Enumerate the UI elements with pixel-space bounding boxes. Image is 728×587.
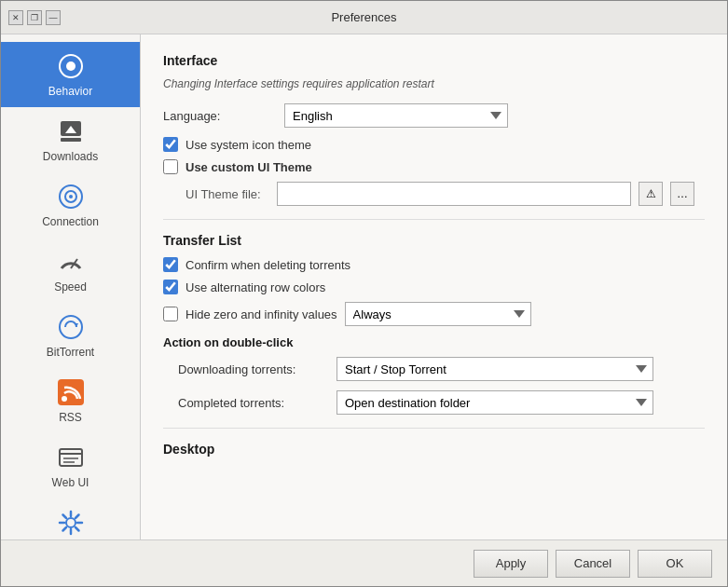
warn-icon: ⚠ <box>646 187 656 200</box>
sidebar-item-connection[interactable]: Connection <box>1 172 140 238</box>
divider-2 <box>163 428 705 429</box>
close-button[interactable]: ✕ <box>8 10 23 25</box>
svg-point-17 <box>66 518 76 527</box>
system-icon-checkbox[interactable] <box>163 137 178 152</box>
cancel-button[interactable]: Cancel <box>556 550 630 578</box>
interface-section: Interface Changing Interface settings re… <box>163 53 705 206</box>
system-icon-row: Use system icon theme <box>163 137 705 152</box>
confirm-delete-row: Confirm when deleting torrents <box>163 257 705 272</box>
sidebar-item-webui[interactable]: Web UI <box>1 433 140 498</box>
alternating-rows-checkbox[interactable] <box>163 280 178 294</box>
sidebar-item-bittorrent[interactable]: BitTorrent <box>1 303 140 368</box>
sidebar-item-speed[interactable]: Speed <box>1 238 140 303</box>
behavior-icon <box>56 51 86 81</box>
confirm-delete-label: Confirm when deleting torrents <box>185 258 350 272</box>
action-double-click-label: Action on double-click <box>163 335 293 349</box>
divider-1 <box>163 219 705 220</box>
sidebar-label-speed: Speed <box>54 280 87 294</box>
hide-zero-row: Hide zero and infinity values Always Nev… <box>163 302 705 326</box>
sidebar-label-webui: Web UI <box>52 476 89 489</box>
completed-label: Completed torrents: <box>178 396 327 410</box>
sidebar: Behavior Downloads <box>1 34 141 539</box>
content-panel: Interface Changing Interface settings re… <box>141 34 727 539</box>
custom-ui-row: Use custom UI Theme <box>163 159 705 174</box>
speed-icon <box>56 247 86 277</box>
svg-rect-3 <box>61 138 81 142</box>
hide-zero-label: Hide zero and infinity values <box>185 307 337 321</box>
language-label: Language: <box>163 109 275 123</box>
advanced-icon <box>56 508 86 538</box>
sidebar-label-connection: Connection <box>42 215 99 228</box>
window-controls: ✕ ❐ — <box>8 10 61 25</box>
ui-theme-browse-btn[interactable]: … <box>670 182 694 206</box>
alternating-rows-label: Use alternating row colors <box>185 280 325 294</box>
ui-theme-row: UI Theme file: ⚠ … <box>185 182 705 206</box>
minimize-button[interactable]: — <box>46 10 61 25</box>
maximize-button[interactable]: ❐ <box>27 10 42 25</box>
sidebar-item-rss[interactable]: RSS <box>1 368 140 433</box>
connection-icon <box>56 182 86 212</box>
ok-button[interactable]: OK <box>638 550 712 578</box>
svg-point-1 <box>66 61 76 71</box>
confirm-delete-checkbox[interactable] <box>163 257 178 272</box>
browse-icon: … <box>677 187 688 200</box>
svg-rect-13 <box>60 449 82 466</box>
ui-theme-warn-btn[interactable]: ⚠ <box>639 182 663 206</box>
custom-ui-checkbox[interactable] <box>163 159 178 174</box>
webui-icon <box>56 443 86 472</box>
hide-zero-checkbox[interactable] <box>163 307 178 321</box>
main-content: Behavior Downloads <box>1 34 727 539</box>
titlebar: ✕ ❐ — Preferences <box>1 1 727 34</box>
hide-zero-select[interactable]: Always Never When paused <box>345 302 531 326</box>
downloads-icon <box>56 116 86 146</box>
apply-button[interactable]: Apply <box>474 550 548 578</box>
desktop-title: Desktop <box>163 442 705 457</box>
sidebar-item-behavior[interactable]: Behavior <box>1 42 140 107</box>
interface-subtitle: Changing Interface settings requires app… <box>163 77 705 90</box>
downloading-select[interactable]: Start / Stop Torrent Open destination fo… <box>337 357 653 381</box>
preferences-window: ✕ ❐ — Preferences Behavior <box>0 0 728 587</box>
sidebar-item-advanced[interactable] <box>1 498 140 539</box>
downloading-label: Downloading torrents: <box>178 362 327 376</box>
rss-icon <box>56 377 86 407</box>
sidebar-label-downloads: Downloads <box>43 150 98 163</box>
sidebar-item-downloads[interactable]: Downloads <box>1 107 140 172</box>
transfer-list-title: Transfer List <box>163 233 705 248</box>
sidebar-label-rss: RSS <box>59 411 82 424</box>
ui-theme-label: UI Theme file: <box>185 187 269 201</box>
svg-point-9 <box>60 316 82 338</box>
svg-point-7 <box>69 195 73 198</box>
completed-torrents-row: Completed torrents: Open destination fol… <box>163 390 705 415</box>
system-icon-label: Use system icon theme <box>185 138 311 152</box>
ui-theme-input[interactable] <box>277 182 631 206</box>
language-row: Language: English French German Spanish <box>163 103 705 128</box>
downloading-torrents-row: Downloading torrents: Start / Stop Torre… <box>163 357 705 381</box>
window-title: Preferences <box>8 10 720 24</box>
sidebar-label-behavior: Behavior <box>48 85 92 98</box>
language-select[interactable]: English French German Spanish <box>284 103 508 128</box>
completed-select[interactable]: Open destination folder Start / Stop Tor… <box>337 390 653 415</box>
custom-ui-label: Use custom UI Theme <box>185 160 312 174</box>
transfer-list-section: Transfer List Confirm when deleting torr… <box>163 233 705 415</box>
svg-point-12 <box>62 396 67 402</box>
alternating-rows-row: Use alternating row colors <box>163 280 705 294</box>
desktop-section: Desktop <box>163 442 705 457</box>
interface-title: Interface <box>163 53 705 68</box>
footer: Apply Cancel OK <box>1 539 727 586</box>
sidebar-label-bittorrent: BitTorrent <box>47 346 94 359</box>
bittorrent-icon <box>56 312 86 342</box>
